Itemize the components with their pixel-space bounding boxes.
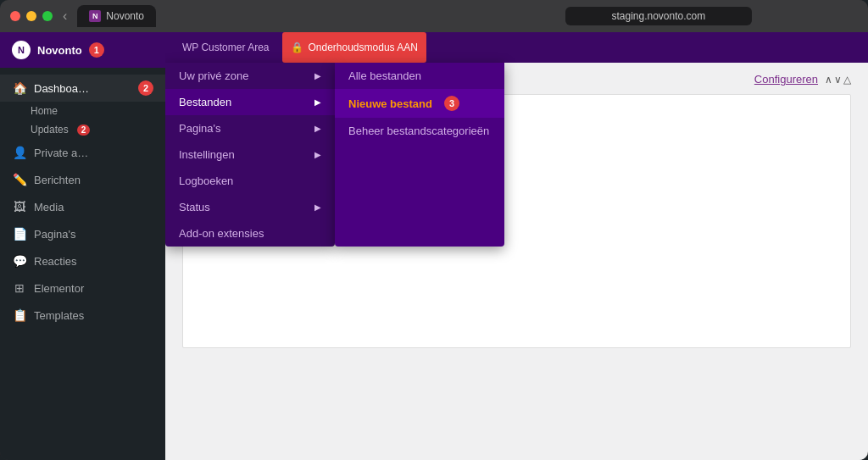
submenu-item-alle-bestanden[interactable]: Alle bestanden <box>335 63 504 89</box>
address-bar-area: staging.novonto.com <box>459 7 858 25</box>
configureren-link[interactable]: Configureren <box>754 73 818 86</box>
back-button[interactable]: ‹ <box>63 8 67 24</box>
bestanden-submenu: Alle bestanden Nieuwe bestand 3 Beheer b… <box>335 63 504 247</box>
sidebar-item-media[interactable]: 🖼 Media <box>0 193 165 220</box>
sidebar-item-elementor[interactable]: ⊞ Elementor <box>0 274 165 302</box>
dropdown-item-logboeken[interactable]: Logboeken <box>165 168 335 194</box>
dropdown-overlay: Uw privé zone ▶ Bestanden ▶ Pagina's ▶ I… <box>165 63 504 247</box>
subitem-home-label: Home <box>31 105 58 117</box>
dropdown-item-prive-zone[interactable]: Uw privé zone ▶ <box>165 63 335 89</box>
tab-favicon: N <box>89 10 101 22</box>
dropdown-item-bestanden[interactable]: Bestanden ▶ <box>165 89 335 115</box>
sidebar-item-private-area[interactable]: 👤 Private a… <box>0 139 165 166</box>
sidebar-label-elementor: Elementor <box>34 282 84 295</box>
sidebar-item-reacties[interactable]: 💬 Reacties <box>0 247 165 274</box>
maintenance-label: Onderhoudsmodus AAN <box>308 42 417 53</box>
reacties-icon: 💬 <box>12 253 27 269</box>
dropdown-item-instellingen[interactable]: Instellingen ▶ <box>165 141 335 168</box>
paginas-icon: 📄 <box>12 226 27 241</box>
subitem-updates-label: Updates <box>31 124 69 136</box>
maximize-button[interactable] <box>42 11 53 21</box>
wp-logo-icon: N <box>12 41 31 59</box>
sort-up-arrow[interactable]: ∧ <box>825 74 832 86</box>
bestanden-label: Bestanden <box>179 96 231 108</box>
wp-sidebar: N Novonto 1 🏠 Dashboa… 2 Home <box>0 32 165 460</box>
updates-badge: 2 <box>77 125 91 136</box>
sidebar-subnav: Home Updates 2 <box>0 102 165 139</box>
minimize-button[interactable] <box>26 11 36 21</box>
sidebar-label-dashboard: Dashboa… <box>34 82 89 95</box>
sidebar-label-paginas: Pagina's <box>34 228 75 241</box>
step1-badge: 1 <box>89 42 104 58</box>
arrow-icon: ▶ <box>314 71 321 80</box>
wp-customer-area-label: WP Customer Area <box>182 42 269 53</box>
nieuwe-bestand-label: Nieuwe bestand <box>348 97 432 110</box>
admin-bar: WP Customer Area 🔒 Onderhoudsmodus AAN <box>165 32 868 63</box>
dropdown-item-addon[interactable]: Add-on extensies <box>165 220 335 247</box>
wp-main: WP Customer Area 🔒 Onderhoudsmodus AAN U… <box>165 32 868 460</box>
browser-tab[interactable]: N Novonto <box>77 5 156 27</box>
sort-down-arrow[interactable]: ∨ <box>834 74 842 86</box>
title-bar: ‹ N Novonto staging.novonto.com <box>0 0 868 32</box>
sidebar-label-reacties: Reacties <box>34 255 77 268</box>
sidebar-nav: 🏠 Dashboa… 2 Home Updates 2 👤 <box>0 68 165 460</box>
logo-letter: N <box>18 45 25 55</box>
sidebar-label-media: Media <box>34 201 64 213</box>
submenu-item-beheer-categorieen[interactable]: Beheer bestandscategorieën <box>335 118 504 144</box>
sidebar-item-dashboard[interactable]: 🏠 Dashboa… 2 <box>0 75 165 102</box>
private-area-icon: 👤 <box>12 145 27 160</box>
addon-label: Add-on extensies <box>179 227 264 240</box>
tab-bar: N Novonto <box>77 5 459 27</box>
prive-zone-label: Uw privé zone <box>179 69 248 82</box>
dropdown-item-paginas[interactable]: Pagina's ▶ <box>165 115 335 141</box>
dashboard-icon: 🏠 <box>12 80 27 96</box>
browser-window: ‹ N Novonto staging.novonto.com N Novont… <box>0 0 868 460</box>
alle-bestanden-label: Alle bestanden <box>348 69 421 82</box>
sort-arrows: ∧ ∨ △ <box>825 74 851 86</box>
sidebar-header: N Novonto 1 <box>0 32 165 68</box>
admin-bar-maintenance[interactable]: 🔒 Onderhoudsmodus AAN <box>282 32 426 63</box>
instellingen-label: Instellingen <box>179 148 235 161</box>
close-button[interactable] <box>10 11 20 21</box>
sidebar-subitem-updates[interactable]: Updates 2 <box>31 120 165 139</box>
lock-icon: 🔒 <box>291 42 303 53</box>
paginas-arrow-icon: ▶ <box>314 124 321 133</box>
bestanden-arrow-icon: ▶ <box>314 97 321 107</box>
berichten-icon: ✏️ <box>12 172 27 187</box>
sidebar-item-paginas[interactable]: 📄 Pagina's <box>0 220 165 247</box>
tab-title: Novonto <box>106 10 144 22</box>
dropdown-item-status[interactable]: Status ▶ <box>165 194 335 220</box>
status-arrow-icon: ▶ <box>314 202 321 212</box>
media-icon: 🖼 <box>12 199 27 214</box>
step3-badge: 3 <box>444 96 459 111</box>
submenu-item-nieuwe-bestand[interactable]: Nieuwe bestand 3 <box>335 89 504 118</box>
logboeken-label: Logboeken <box>179 175 233 187</box>
sidebar-subitem-home[interactable]: Home <box>31 102 165 120</box>
step2-badge: 2 <box>138 80 153 96</box>
sidebar-item-templates[interactable]: 📋 Templates <box>0 302 165 329</box>
browser-content: N Novonto 1 🏠 Dashboa… 2 Home <box>0 32 868 460</box>
templates-icon: 📋 <box>12 308 27 323</box>
status-label: Status <box>179 201 210 213</box>
sidebar-label-templates: Templates <box>34 309 84 322</box>
instellingen-arrow-icon: ▶ <box>314 150 321 159</box>
wp-customer-area-dropdown: Uw privé zone ▶ Bestanden ▶ Pagina's ▶ I… <box>165 63 335 247</box>
address-bar[interactable]: staging.novonto.com <box>565 7 752 25</box>
sidebar-label-berichten: Berichten <box>34 174 81 186</box>
sidebar-label-private-area: Private a… <box>34 147 88 159</box>
admin-bar-wp-customer-area[interactable]: WP Customer Area <box>175 32 275 63</box>
beheer-categorieen-label: Beheer bestandscategorieën <box>348 125 489 137</box>
sidebar-item-berichten[interactable]: ✏️ Berichten <box>0 166 165 193</box>
site-name: Novonto <box>37 44 82 57</box>
elementor-icon: ⊞ <box>12 280 27 296</box>
sort-top-arrow[interactable]: △ <box>843 74 851 86</box>
traffic-lights <box>10 11 53 21</box>
dropdown-paginas-label: Pagina's <box>179 122 220 135</box>
